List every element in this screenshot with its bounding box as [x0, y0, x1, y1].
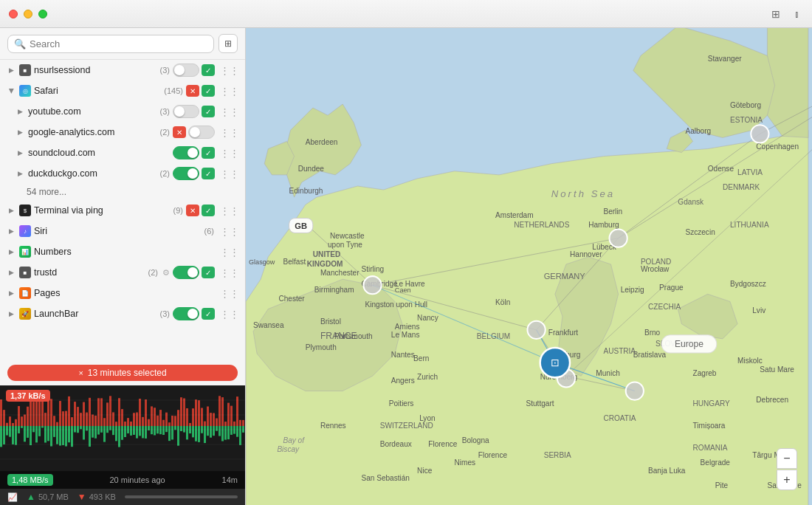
check-icon: ✓: [202, 85, 215, 97]
trustd-icon: ■: [19, 267, 31, 278]
bars-icon: ⋮⋮: [220, 168, 239, 179]
svg-text:Zurich: Zurich: [417, 373, 438, 381]
terminal-icon: $: [19, 205, 31, 216]
grid-icon[interactable]: ⊞: [769, 7, 782, 21]
app-name: nsurlsessiond: [34, 65, 157, 75]
bars-icon: ⋮⋮: [220, 127, 239, 138]
download-value: 493 KB: [89, 492, 116, 501]
list-item[interactable]: ▶ soundcloud.com ✓ ⋮⋮: [0, 142, 245, 163]
bars-icon: ⋮⋮: [220, 65, 239, 76]
svg-text:Bordeaux: Bordeaux: [380, 440, 412, 448]
svg-text:NETHERLANDS: NETHERLANDS: [514, 221, 569, 229]
bars-icon: ⋮⋮: [220, 309, 239, 320]
svg-text:Hamburg: Hamburg: [588, 221, 619, 229]
chart-icon[interactable]: 📈: [7, 492, 18, 502]
app-name: Terminal via ping: [34, 205, 171, 216]
upload-stat: ▲ 50,7 MB: [27, 492, 69, 502]
download-icon: ▼: [78, 492, 86, 502]
svg-text:Portsmouth: Portsmouth: [334, 332, 373, 340]
upload-value: 50,7 MB: [38, 492, 69, 501]
list-item[interactable]: ▶ ◎ Safari (145) ✕ ✓ ⋮⋮: [0, 80, 245, 101]
badge-close-icon[interactable]: ×: [78, 368, 83, 377]
bottom-stats: 📈 ▲ 50,7 MB ▼ 493 KB: [0, 489, 245, 505]
minimize-button[interactable]: [24, 10, 32, 18]
x-icon: ✕: [173, 126, 186, 138]
svg-point-111: [751, 125, 768, 142]
list-item[interactable]: ▶ google-analytics.com (2) ✕ ⋮⋮: [0, 122, 245, 142]
toggle-group: ✕ ✓ ⋮⋮: [186, 205, 239, 216]
expand-arrow: ▶: [8, 89, 16, 94]
svg-text:GB: GB: [295, 221, 307, 230]
svg-text:Nancy: Nancy: [417, 314, 439, 322]
svg-text:HUNGARY: HUNGARY: [693, 399, 730, 408]
svg-text:Satu Mare: Satu Mare: [760, 365, 794, 374]
app-name: google-analytics.com: [28, 127, 157, 137]
zoom-plus-button[interactable]: +: [777, 470, 797, 490]
bars-icon: ⋮⋮: [220, 288, 239, 299]
toggle-group: ✓ ⋮⋮: [173, 63, 239, 77]
search-icon: 🔍: [14, 38, 26, 49]
toggle-group: ✓ ⋮⋮: [173, 146, 239, 159]
check-icon: ✓: [202, 205, 215, 216]
sidebar: 🔍 ⊞ ▶ ■ nsurlsessiond (3) ✓ ⋮⋮ ▶: [0, 28, 246, 505]
svg-text:Hannover: Hannover: [570, 250, 602, 258]
svg-text:Poitiers: Poitiers: [389, 399, 414, 408]
svg-text:Nice: Nice: [417, 467, 433, 475]
svg-text:Frankfurt: Frankfurt: [548, 329, 579, 337]
toggle-group: ✓ ⋮⋮: [173, 105, 239, 118]
close-button[interactable]: [9, 10, 18, 18]
graph-upload-rate: 1,37 kB/s: [6, 390, 50, 402]
svg-text:Munich: Munich: [596, 369, 620, 377]
expand-arrow: ▶: [9, 248, 14, 255]
search-input[interactable]: [30, 38, 207, 49]
more-link[interactable]: 54 more...: [0, 184, 245, 200]
list-item[interactable]: ▶ 📊 Numbers ⋮⋮: [0, 241, 245, 262]
svg-text:Pite: Pite: [715, 481, 729, 489]
toggle-slider[interactable]: [173, 105, 199, 118]
zoom-minus-button[interactable]: −: [777, 448, 797, 469]
check-icon: ✓: [202, 267, 215, 278]
toggle-slider[interactable]: [173, 63, 199, 77]
svg-text:Bydgoszcz: Bydgoszcz: [730, 280, 766, 288]
app-count: (9): [173, 206, 183, 215]
gear-icon[interactable]: ⚙: [162, 268, 170, 278]
filter-button[interactable]: ⊞: [219, 34, 238, 53]
list-item[interactable]: ▶ ■ trustd (2) ⚙ ✓ ⋮⋮: [0, 262, 245, 283]
list-item[interactable]: ▶ ■ nsurlsessiond (3) ✓ ⋮⋮: [0, 60, 245, 80]
svg-text:Le Mans: Le Mans: [391, 331, 420, 339]
expand-arrow: ▶: [9, 310, 14, 317]
toggle-slider[interactable]: [173, 167, 199, 180]
launchbar-icon: 🚀: [19, 308, 31, 320]
list-item[interactable]: ▶ 🚀 LaunchBar (3) ✓ ⋮⋮: [0, 303, 245, 324]
graph-bottom-bar: 1,48 MB/s 20 minutes ago 14m: [0, 471, 245, 489]
maximize-button[interactable]: [38, 10, 47, 18]
svg-text:Copenhagen: Copenhagen: [756, 142, 799, 151]
time-selected-badge[interactable]: × 13 minutes selected: [7, 365, 238, 381]
svg-text:KINGDOM: KINGDOM: [307, 260, 343, 268]
list-item[interactable]: ▶ 📄 Pages ⋮⋮: [0, 283, 245, 303]
svg-text:LATVIA: LATVIA: [737, 168, 763, 176]
app-count: (2): [160, 128, 170, 137]
toggle-slider[interactable]: [188, 126, 215, 139]
app-name: LaunchBar: [34, 309, 157, 319]
svg-text:Chester: Chester: [278, 295, 305, 303]
svg-text:Lyon: Lyon: [419, 414, 435, 422]
svg-text:Banja Luka: Banja Luka: [648, 467, 686, 475]
toggle-group: ✓ ⋮⋮: [173, 167, 239, 180]
graph-download-rate: 1,48 MB/s: [7, 474, 53, 486]
list-item[interactable]: ▶ youtube.com (3) ✓ ⋮⋮: [0, 101, 245, 122]
toggle-slider[interactable]: [173, 266, 199, 279]
svg-text:Stirling: Stirling: [361, 265, 384, 273]
columns-icon[interactable]: ⫾: [790, 7, 803, 21]
svg-text:Nimes: Nimes: [455, 458, 476, 467]
list-item[interactable]: ▶ $ Terminal via ping (9) ✕ ✓ ⋮⋮: [0, 200, 245, 221]
svg-text:ESTONIA: ESTONIA: [730, 116, 763, 124]
svg-text:Bern: Bern: [413, 354, 429, 363]
toggle-slider[interactable]: [173, 146, 199, 159]
svg-text:Angers: Angers: [391, 377, 415, 385]
toggle-slider[interactable]: [173, 307, 199, 320]
svg-text:Nantes: Nantes: [391, 351, 415, 359]
list-item[interactable]: ▶ ♪ Siri (6) ⋮⋮: [0, 221, 245, 241]
stat-slider[interactable]: [125, 495, 238, 498]
list-item[interactable]: ▶ duckduckgo.com (2) ✓ ⋮⋮: [0, 163, 245, 184]
